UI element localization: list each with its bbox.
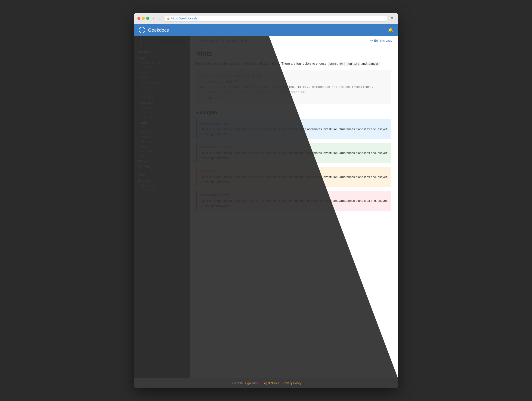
code-line-2: **Markdown content**\ xyxy=(200,79,387,84)
url-display: https://geekdocs.de xyxy=(171,17,197,20)
sidebar-item-dark-mode[interactable]: Dark Mode xyxy=(134,90,190,95)
traffic-lights xyxy=(137,17,149,20)
usage-group-label: Usage xyxy=(134,55,190,60)
footer-text: Built with xyxy=(231,381,243,385)
sidebar-item-icon[interactable]: Icon xyxy=(134,124,190,130)
shortcodes-group-label: Shortcodes xyxy=(134,100,190,105)
breadcrumb-sep-2: / xyxy=(239,39,240,42)
forward-button[interactable]: › xyxy=(158,16,162,21)
address-bar[interactable]: 🔒 https://geekdocs.de xyxy=(164,15,387,21)
news-item[interactable]: 🔔 News xyxy=(138,178,186,183)
sidebar-item-theming[interactable]: Theming xyxy=(134,85,190,90)
breadcrumb-bar: 📄 Documentation / Shortcodes / Hints ✏ E… xyxy=(190,36,398,45)
top-bar-left: ☰ Geekdocs xyxy=(139,27,169,33)
hint-block-danger: Markdown content Dolor sit, sumo unique … xyxy=(196,191,391,211)
sidebar-item-getting-started[interactable]: Getting Started xyxy=(134,60,190,65)
sidebar-item-toc-tree[interactable]: Toc Tree xyxy=(134,149,190,154)
sidebar-item-columns[interactable]: Columns xyxy=(134,110,190,115)
view-source-item[interactable]: ○ View Source xyxy=(138,188,186,193)
breadcrumb-sep-1: / xyxy=(221,39,222,42)
app-footer: Built with Hugo and ♥ Legal Notice Priva… xyxy=(134,378,398,388)
breadcrumb-current: Hints xyxy=(241,39,247,42)
code-line-5: {{< /hint >}} xyxy=(200,95,387,100)
search-input[interactable] xyxy=(144,40,184,44)
hint-block-warning: Markdown content Dolor sit, sumo unique … xyxy=(196,167,391,187)
main-area: 🔍 Navigation Usage Getting Started Confi… xyxy=(134,36,398,378)
navigation-label: Navigation xyxy=(134,49,190,55)
inline-code-info: info xyxy=(328,62,337,66)
content-area: 📄 Documentation / Shortcodes / Hints ✏ E… xyxy=(190,36,398,378)
notification-icon[interactable]: 🔔 xyxy=(388,27,393,33)
hint-body-info: Dolor sit, sumo unique argument um no. G… xyxy=(197,127,391,139)
hint-block-ok: Markdown content Dolor sit, sumo unique … xyxy=(196,143,391,163)
content-inner: Hints Hint shortcode can be used as hint… xyxy=(190,45,398,224)
hint-body-ok: Dolor sit, sumo unique argument um no. G… xyxy=(197,150,391,163)
edit-page-label: Edit this page xyxy=(374,39,392,42)
minimize-button[interactable] xyxy=(142,17,145,20)
breadcrumb: 📄 Documentation / Shortcodes / Hints xyxy=(195,39,247,42)
hamburger-icon: ☰ xyxy=(141,28,144,32)
search-box[interactable]: 🔍 xyxy=(137,39,187,45)
inline-code-danger: danger xyxy=(367,62,380,66)
sidebar-item-includes[interactable]: Includes xyxy=(134,134,190,139)
browser-window: ‹ › 🔒 https://geekdocs.de ≡ ☰ Geekdocs 🔔 xyxy=(134,13,398,388)
intro-text: Hint shortcode can be used as hint/alert… xyxy=(196,61,391,66)
collapse-row[interactable]: Collapse ‹ xyxy=(134,159,190,164)
features-group-label: Features xyxy=(134,75,190,80)
news-label: News xyxy=(143,179,151,182)
breadcrumb-icon: 📄 xyxy=(195,39,199,42)
browser-menu-button[interactable]: ≡ xyxy=(389,15,395,21)
browser-chrome: ‹ › 🔒 https://geekdocs.de ≡ xyxy=(134,13,398,24)
hint-body-danger: Dolor sit, sumo unique argument um no. G… xyxy=(197,198,391,211)
sidebar-item-buttons[interactable]: Buttons xyxy=(134,105,190,110)
more-label: More xyxy=(138,173,186,176)
sidebar-item-icon-sets[interactable]: Icon Sets xyxy=(134,95,190,100)
app-body: ☰ Geekdocs 🔔 🔍 Navigation Usage Getting … xyxy=(134,24,398,388)
code-block: {{< hint [info|warning|danger] >}} **Mar… xyxy=(196,70,391,104)
privacy-policy-link[interactable]: Privacy Policy xyxy=(283,381,301,385)
releases-icon: ⬇ xyxy=(138,184,140,187)
hint-block-info: Markdown content Dolor sit, sumo unique … xyxy=(196,119,391,139)
code-line-1: {{< hint [info|warning|danger] >}} xyxy=(200,74,387,79)
edit-icon: ✏ xyxy=(370,39,373,42)
breadcrumb-documentation-link[interactable]: Documentation xyxy=(200,39,220,42)
sidebar-item-mermaid[interactable]: Mermaid xyxy=(134,139,190,144)
close-button[interactable] xyxy=(137,17,140,20)
sidebar: 🔍 Navigation Usage Getting Started Confi… xyxy=(134,36,190,378)
page-title: Hints xyxy=(196,50,391,57)
inline-code-warning: warning xyxy=(347,62,360,66)
sidebar-item-menus[interactable]: Menus xyxy=(134,70,190,75)
maximize-button[interactable] xyxy=(146,17,149,20)
top-bar: ☰ Geekdocs 🔔 xyxy=(134,24,398,36)
nav-footer: More 🔔 News ⬇ Releases ○ View Source xyxy=(134,169,190,193)
site-icon: ☰ xyxy=(139,27,145,33)
code-line-3: Dolor sit, sumo unique argument um no. G… xyxy=(200,84,387,90)
footer-and: and xyxy=(252,381,257,385)
news-icon: 🔔 xyxy=(138,179,141,182)
back-button[interactable]: ‹ xyxy=(152,16,155,21)
legal-notice-link[interactable]: Legal Notice xyxy=(263,381,279,385)
view-source-label: View Source xyxy=(141,189,158,192)
inline-code-ok: ok xyxy=(339,62,345,66)
sidebar-item-code-blocks[interactable]: Code Blocks xyxy=(134,80,190,85)
view-source-icon: ○ xyxy=(138,189,139,192)
search-icon: 🔍 xyxy=(139,40,143,44)
hint-title-info: Markdown content xyxy=(197,119,391,127)
hugo-link[interactable]: Hugo xyxy=(244,381,251,385)
breadcrumb-shortcodes-link[interactable]: Shortcodes xyxy=(223,39,238,42)
releases-item[interactable]: ⬇ Releases xyxy=(138,183,186,188)
hint-title-danger: Markdown content xyxy=(197,191,391,198)
collapse-arrow-icon: ‹ xyxy=(185,160,186,163)
code-line-4: Ornateness bland it ex enc, est yeti am … xyxy=(200,90,387,95)
heart-icon: ♥ xyxy=(257,381,259,385)
sidebar-item-toc[interactable]: Toc xyxy=(134,154,190,159)
sidebar-item-expand[interactable]: Expand xyxy=(134,115,190,120)
sidebar-item-tabs[interactable]: Tabs xyxy=(134,144,190,149)
collapse-label: Collapse xyxy=(138,160,150,163)
sidebar-item-configuration[interactable]: Configuration xyxy=(134,65,190,70)
lock-icon: 🔒 xyxy=(167,17,170,20)
sidebar-item-hints[interactable]: Hints xyxy=(134,120,190,124)
sidebar-item-images[interactable]: Images xyxy=(134,130,190,134)
edit-page-button[interactable]: ✏ Edit this page xyxy=(370,39,392,42)
toc-tree-section-label: ToC Tree xyxy=(134,164,190,169)
